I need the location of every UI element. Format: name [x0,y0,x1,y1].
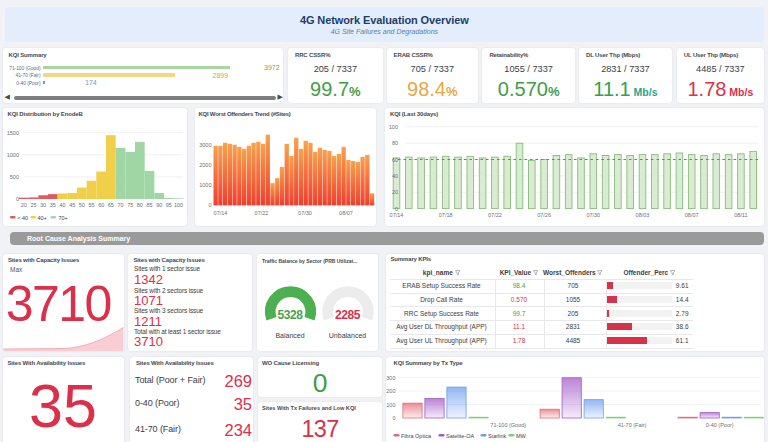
svg-text:100: 100 [173,202,182,208]
svg-text:08/03: 08/03 [635,212,649,218]
svg-text:90: 90 [156,202,162,208]
svg-text:70+: 70+ [58,215,67,221]
svg-text:300: 300 [386,374,395,380]
svg-text:07/22: 07/22 [488,212,502,218]
svg-text:20: 20 [20,202,26,208]
svg-text:< 40: < 40 [17,215,28,221]
svg-text:Satelite-OA: Satelite-OA [446,432,474,438]
svg-text:07/14: 07/14 [213,210,227,216]
svg-text:08/07: 08/07 [339,210,353,216]
svg-text:80: 80 [136,202,142,208]
svg-text:25: 25 [30,202,36,208]
svg-text:60: 60 [98,202,104,208]
svg-text:07/14: 07/14 [389,212,403,218]
svg-text:40: 40 [59,202,65,208]
svg-text:1000: 1000 [199,182,211,188]
svg-text:500: 500 [9,174,18,180]
svg-text:80: 80 [391,140,397,146]
svg-text:0: 0 [208,202,211,208]
svg-text:1500: 1500 [6,130,18,136]
svg-text:100: 100 [388,124,397,130]
svg-text:1000: 1000 [6,152,18,158]
svg-text:07/26: 07/26 [537,212,551,218]
svg-text:0-40 (Poor): 0-40 (Poor) [705,422,733,428]
svg-text:0: 0 [15,196,18,202]
svg-text:Fibra Optica: Fibra Optica [401,432,432,438]
svg-text:40: 40 [391,173,397,179]
svg-text:0: 0 [392,415,395,421]
svg-text:07/30: 07/30 [298,210,312,216]
svg-text:95: 95 [165,202,171,208]
svg-text:07/30: 07/30 [586,212,600,218]
svg-text:30: 30 [40,202,46,208]
svg-text:0: 0 [394,206,397,212]
svg-text:07/22: 07/22 [254,210,268,216]
svg-text:40+: 40+ [37,215,46,221]
svg-text:100: 100 [386,401,395,407]
svg-text:35: 35 [49,202,55,208]
svg-text:50: 50 [78,202,84,208]
svg-text:08/11: 08/11 [734,212,747,218]
svg-text:85: 85 [146,202,152,208]
svg-text:MW: MW [516,432,527,438]
svg-text:45: 45 [69,202,75,208]
svg-text:200: 200 [386,388,395,394]
svg-text:07/18: 07/18 [438,212,452,218]
svg-text:Starlink: Starlink [488,432,507,438]
svg-text:20: 20 [391,189,397,195]
svg-text:75: 75 [127,202,133,208]
svg-text:08/07: 08/07 [684,212,698,218]
svg-text:41-70 (Fair): 41-70 (Fair) [617,422,646,428]
svg-text:70: 70 [117,202,123,208]
svg-text:3000: 3000 [199,142,211,148]
svg-text:71-100 (Good): 71-100 (Good) [490,422,526,428]
svg-text:55: 55 [88,202,94,208]
svg-text:2000: 2000 [199,162,211,168]
svg-text:60: 60 [391,157,397,163]
svg-text:65: 65 [107,202,113,208]
